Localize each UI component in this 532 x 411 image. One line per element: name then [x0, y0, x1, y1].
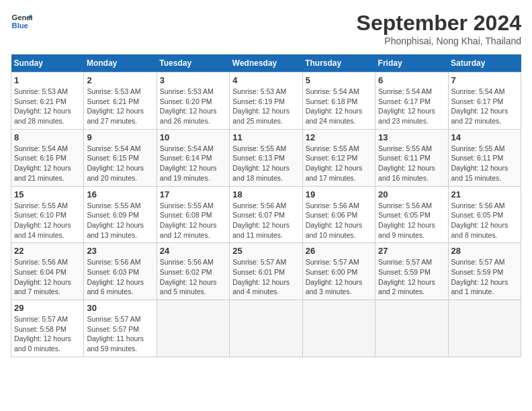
svg-text:Blue: Blue	[12, 21, 28, 30]
calendar-cell: 26 Sunrise: 5:57 AM Sunset: 6:00 PM Dayl…	[302, 243, 375, 300]
daylight-label: Daylight: 12 hours and 5 minutes.	[160, 278, 217, 296]
calendar-cell: 22 Sunrise: 5:56 AM Sunset: 6:04 PM Dayl…	[11, 243, 84, 300]
day-info: Sunrise: 5:54 AM Sunset: 6:18 PM Dayligh…	[306, 87, 372, 126]
day-number: 23	[87, 246, 153, 256]
day-number: 11	[232, 132, 299, 142]
day-number: 13	[378, 132, 445, 142]
title-area: September 2024 Phonphisai, Nong Khai, Th…	[357, 11, 521, 46]
daylight-label: Daylight: 12 hours and 4 minutes.	[232, 278, 290, 296]
sunset-label: Sunset: 6:13 PM	[232, 154, 285, 162]
day-info: Sunrise: 5:56 AM Sunset: 6:07 PM Dayligh…	[232, 201, 299, 240]
calendar-cell: 3 Sunrise: 5:53 AM Sunset: 6:20 PM Dayli…	[157, 73, 229, 130]
sunrise-label: Sunrise: 5:54 AM	[378, 87, 432, 95]
day-info: Sunrise: 5:55 AM Sunset: 6:11 PM Dayligh…	[378, 144, 445, 183]
calendar-cell	[302, 300, 375, 357]
weekday-header-row: SundayMondayTuesdayWednesdayThursdayFrid…	[11, 54, 521, 73]
weekday-header-thursday: Thursday	[302, 54, 375, 73]
daylight-label: Daylight: 11 hours and 59 minutes.	[87, 334, 144, 353]
day-info: Sunrise: 5:55 AM Sunset: 6:08 PM Dayligh…	[160, 201, 226, 240]
sunrise-label: Sunrise: 5:57 AM	[14, 315, 68, 323]
sunset-label: Sunset: 6:18 PM	[306, 97, 358, 105]
sunrise-label: Sunrise: 5:57 AM	[378, 258, 432, 266]
day-number: 16	[87, 189, 153, 199]
day-info: Sunrise: 5:53 AM Sunset: 6:19 PM Dayligh…	[232, 87, 299, 126]
day-number: 18	[232, 189, 299, 199]
calendar-cell: 1 Sunrise: 5:53 AM Sunset: 6:21 PM Dayli…	[11, 73, 84, 130]
calendar-cell	[157, 300, 229, 357]
daylight-label: Daylight: 12 hours and 13 minutes.	[87, 221, 144, 239]
sunrise-label: Sunrise: 5:57 AM	[451, 258, 505, 266]
sunset-label: Sunset: 6:08 PM	[160, 211, 212, 219]
day-info: Sunrise: 5:56 AM Sunset: 6:06 PM Dayligh…	[306, 201, 372, 240]
daylight-label: Daylight: 12 hours and 15 minutes.	[451, 164, 508, 182]
day-number: 10	[160, 132, 226, 142]
calendar-cell: 21 Sunrise: 5:56 AM Sunset: 6:05 PM Dayl…	[448, 186, 521, 243]
daylight-label: Daylight: 12 hours and 25 minutes.	[232, 107, 290, 125]
sunrise-label: Sunrise: 5:54 AM	[160, 144, 214, 152]
sunrise-label: Sunrise: 5:53 AM	[14, 87, 68, 95]
day-info: Sunrise: 5:55 AM Sunset: 6:13 PM Dayligh…	[232, 144, 299, 183]
day-number: 8	[14, 132, 81, 142]
day-number: 26	[306, 246, 372, 256]
day-info: Sunrise: 5:57 AM Sunset: 5:58 PM Dayligh…	[14, 314, 81, 354]
day-info: Sunrise: 5:55 AM Sunset: 6:11 PM Dayligh…	[451, 144, 518, 183]
calendar-cell: 23 Sunrise: 5:56 AM Sunset: 6:03 PM Dayl…	[84, 243, 157, 300]
day-info: Sunrise: 5:57 AM Sunset: 6:00 PM Dayligh…	[306, 257, 372, 297]
calendar-cell	[375, 300, 448, 357]
daylight-label: Daylight: 12 hours and 22 minutes.	[451, 107, 508, 125]
day-info: Sunrise: 5:54 AM Sunset: 6:15 PM Dayligh…	[87, 144, 153, 183]
day-number: 24	[160, 246, 226, 256]
day-info: Sunrise: 5:57 AM Sunset: 6:01 PM Dayligh…	[232, 257, 299, 297]
day-info: Sunrise: 5:53 AM Sunset: 6:21 PM Dayligh…	[87, 87, 153, 126]
day-info: Sunrise: 5:56 AM Sunset: 6:03 PM Dayligh…	[87, 257, 153, 297]
calendar-cell: 29 Sunrise: 5:57 AM Sunset: 5:58 PM Dayl…	[11, 300, 84, 357]
sunrise-label: Sunrise: 5:54 AM	[87, 144, 140, 152]
day-number: 14	[451, 132, 518, 142]
calendar-cell: 10 Sunrise: 5:54 AM Sunset: 6:14 PM Dayl…	[157, 129, 229, 186]
day-info: Sunrise: 5:54 AM Sunset: 6:16 PM Dayligh…	[14, 144, 81, 183]
sunrise-label: Sunrise: 5:57 AM	[87, 315, 140, 323]
sunset-label: Sunset: 6:05 PM	[378, 211, 431, 219]
sunset-label: Sunset: 6:16 PM	[14, 154, 66, 162]
sunrise-label: Sunrise: 5:55 AM	[160, 201, 214, 210]
calendar-cell: 15 Sunrise: 5:55 AM Sunset: 6:10 PM Dayl…	[11, 186, 84, 243]
logo: General Blue	[11, 11, 32, 32]
logo-icon: General Blue	[11, 11, 32, 32]
weekday-header-tuesday: Tuesday	[157, 54, 229, 73]
day-info: Sunrise: 5:53 AM Sunset: 6:21 PM Dayligh…	[14, 87, 81, 126]
daylight-label: Daylight: 12 hours and 28 minutes.	[14, 107, 71, 125]
sunset-label: Sunset: 6:17 PM	[451, 97, 504, 105]
sunset-label: Sunset: 6:09 PM	[87, 211, 139, 219]
weekday-header-monday: Monday	[84, 54, 157, 73]
calendar-cell: 6 Sunrise: 5:54 AM Sunset: 6:17 PM Dayli…	[375, 73, 448, 130]
daylight-label: Daylight: 12 hours and 1 minute.	[451, 278, 508, 296]
sunset-label: Sunset: 6:12 PM	[306, 154, 358, 162]
daylight-label: Daylight: 12 hours and 17 minutes.	[306, 164, 363, 182]
sunrise-label: Sunrise: 5:55 AM	[306, 144, 359, 152]
sunset-label: Sunset: 6:05 PM	[451, 211, 504, 219]
sunset-label: Sunset: 6:15 PM	[87, 154, 139, 162]
sunset-label: Sunset: 6:03 PM	[87, 268, 139, 276]
sunset-label: Sunset: 6:21 PM	[87, 97, 139, 105]
sunrise-label: Sunrise: 5:53 AM	[232, 87, 286, 95]
day-number: 29	[14, 303, 81, 313]
day-info: Sunrise: 5:56 AM Sunset: 6:05 PM Dayligh…	[378, 201, 445, 240]
day-info: Sunrise: 5:55 AM Sunset: 6:10 PM Dayligh…	[14, 201, 81, 240]
sunrise-label: Sunrise: 5:54 AM	[306, 87, 359, 95]
day-info: Sunrise: 5:57 AM Sunset: 5:59 PM Dayligh…	[451, 257, 518, 297]
sunset-label: Sunset: 6:06 PM	[306, 211, 358, 219]
day-number: 1	[14, 75, 81, 85]
sunset-label: Sunset: 6:11 PM	[378, 154, 431, 162]
sunrise-label: Sunrise: 5:54 AM	[14, 144, 68, 152]
day-number: 9	[87, 132, 153, 142]
day-info: Sunrise: 5:53 AM Sunset: 6:20 PM Dayligh…	[160, 87, 226, 126]
sunset-label: Sunset: 5:57 PM	[87, 325, 139, 333]
day-number: 15	[14, 189, 81, 199]
sunset-label: Sunset: 6:02 PM	[160, 268, 212, 276]
sunrise-label: Sunrise: 5:53 AM	[160, 87, 214, 95]
sunrise-label: Sunrise: 5:56 AM	[14, 258, 68, 266]
sunset-label: Sunset: 6:07 PM	[232, 211, 285, 219]
sunset-label: Sunset: 5:59 PM	[378, 268, 431, 276]
sunrise-label: Sunrise: 5:53 AM	[87, 87, 140, 95]
day-number: 28	[451, 246, 518, 256]
